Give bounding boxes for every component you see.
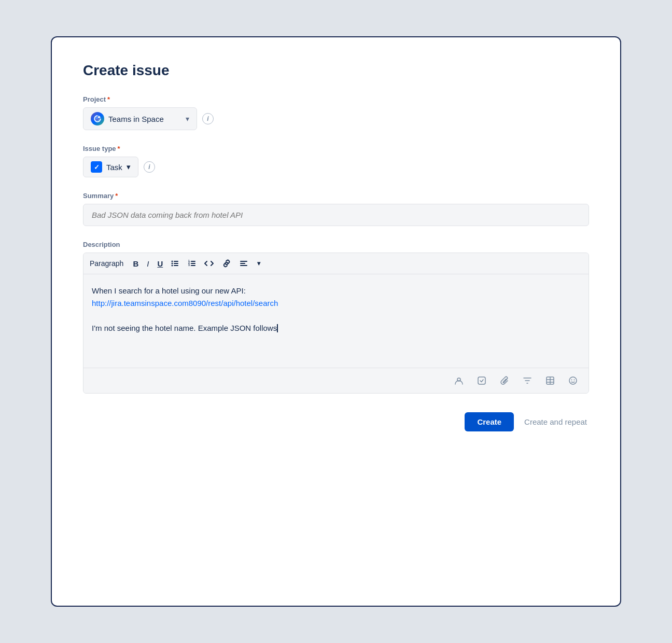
project-select-button[interactable]: Teams in Space ▾ — [83, 107, 197, 130]
toolbar-bullet-list-button[interactable] — [168, 257, 183, 270]
dialog-actions: Create Create and repeat — [83, 412, 589, 431]
description-label: Description — [83, 241, 589, 248]
svg-text:3.: 3. — [188, 263, 191, 267]
description-line2: http://jira.teamsinspace.com8090/rest/ap… — [92, 297, 580, 310]
toolbar-link-button[interactable] — [219, 257, 234, 270]
issue-type-required-star: * — [118, 145, 120, 152]
footer-task-button[interactable] — [474, 373, 489, 388]
issue-type-select-button[interactable]: Task ▾ — [83, 157, 138, 177]
toolbar-ordered-list-button[interactable]: 1. 2. 3. — [185, 257, 199, 270]
footer-emoji-button[interactable] — [566, 373, 580, 388]
summary-label: Summary * — [83, 192, 589, 200]
svg-point-2 — [172, 261, 173, 262]
svg-point-23 — [569, 377, 577, 384]
toolbar-underline-button[interactable]: U — [154, 258, 166, 270]
description-line1: When I search for a hotel using our new … — [92, 285, 580, 297]
project-info-icon[interactable]: i — [202, 113, 214, 124]
project-field-group: Project * Teams in Space ▾ i — [83, 95, 589, 130]
svg-rect-16 — [240, 265, 247, 266]
svg-rect-13 — [191, 265, 195, 266]
summary-field-group: Summary * — [83, 192, 589, 226]
create-issue-dialog: Create issue Project * Teams in Space ▾ — [51, 36, 621, 607]
svg-point-25 — [574, 380, 575, 381]
svg-rect-15 — [240, 263, 245, 264]
project-select-wrapper: Teams in Space ▾ i — [83, 107, 589, 130]
toolbar-align-button[interactable] — [236, 257, 252, 270]
footer-mention-button[interactable] — [452, 373, 466, 388]
project-required-star: * — [107, 95, 110, 103]
toolbar-bold-button[interactable]: B — [130, 258, 142, 270]
issue-type-chevron-icon: ▾ — [127, 162, 131, 172]
svg-rect-3 — [174, 261, 178, 262]
summary-required-star: * — [115, 192, 118, 200]
create-and-repeat-button[interactable]: Create and repeat — [522, 412, 589, 431]
issue-type-info-icon[interactable]: i — [144, 161, 155, 173]
summary-input[interactable] — [83, 204, 589, 226]
project-chevron-icon: ▾ — [186, 115, 189, 123]
footer-table-button[interactable] — [543, 373, 557, 388]
task-icon — [91, 161, 102, 173]
project-icon — [91, 112, 104, 125]
svg-rect-11 — [191, 263, 195, 264]
editor-footer — [83, 368, 589, 393]
svg-point-4 — [172, 263, 173, 264]
footer-filter-button[interactable] — [520, 373, 535, 388]
toolbar-align-chevron-icon[interactable]: ▾ — [254, 258, 263, 269]
toolbar-italic-button[interactable]: I — [144, 258, 152, 270]
editor-toolbar: Paragraph B I U 1. — [83, 253, 589, 274]
issue-type-field-group: Issue type * Task ▾ i — [83, 145, 589, 177]
toolbar-paragraph-label: Paragraph — [90, 259, 123, 268]
issue-type-label: Issue type * — [83, 145, 589, 152]
footer-attachment-button[interactable] — [497, 373, 512, 388]
create-button[interactable]: Create — [465, 412, 514, 431]
svg-point-24 — [571, 380, 572, 381]
description-field-group: Description Paragraph B I U — [83, 241, 589, 394]
svg-rect-14 — [240, 261, 247, 262]
toolbar-code-button[interactable] — [201, 257, 217, 270]
svg-rect-18 — [478, 377, 485, 384]
description-editor[interactable]: Paragraph B I U 1. — [83, 253, 589, 394]
issue-type-select-wrapper: Task ▾ i — [83, 157, 589, 177]
svg-rect-9 — [191, 261, 195, 262]
svg-point-6 — [172, 265, 173, 267]
project-select-value: Teams in Space — [108, 115, 164, 123]
dialog-title: Create issue — [83, 62, 589, 79]
description-line3: I'm not seeing the hotel name. Example J… — [92, 322, 580, 334]
svg-rect-5 — [174, 263, 178, 264]
issue-type-select-value: Task — [106, 163, 122, 172]
project-label: Project * — [83, 95, 589, 103]
svg-point-0 — [94, 115, 101, 122]
svg-rect-7 — [174, 265, 178, 266]
text-cursor — [277, 324, 278, 332]
editor-content-area[interactable]: When I search for a hotel using our new … — [83, 274, 589, 368]
